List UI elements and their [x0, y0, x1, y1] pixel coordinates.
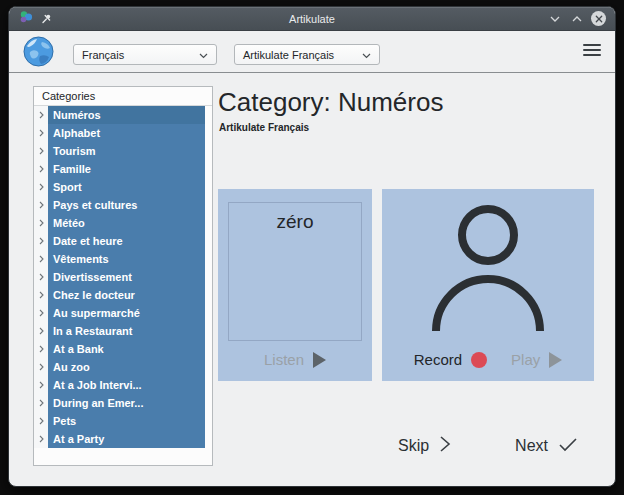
chevron-right-icon[interactable]	[34, 430, 48, 448]
category-item-label: Divertissement	[48, 268, 205, 286]
chevron-right-icon[interactable]	[34, 196, 48, 214]
page-title: Category: Numéros	[218, 87, 443, 118]
category-item[interactable]: Vêtements	[34, 250, 205, 268]
chevron-down-icon	[199, 49, 208, 61]
person-icon	[382, 203, 594, 335]
record-icon	[471, 352, 487, 368]
play-label: Play	[511, 351, 540, 368]
category-item-label: Pays et cultures	[48, 196, 205, 214]
category-item-label: Alphabet	[48, 124, 205, 142]
chevron-right-icon[interactable]	[34, 214, 48, 232]
category-item[interactable]: At a Job Intervi...	[34, 376, 205, 394]
listen-play-icon	[313, 352, 326, 368]
play-button[interactable]: Play	[511, 351, 562, 368]
globe-icon	[23, 36, 54, 71]
category-item[interactable]: At a Party	[34, 430, 205, 448]
listen-label: Listen	[264, 351, 304, 368]
chevron-right-icon[interactable]	[34, 160, 48, 178]
phrase-text: zéro	[229, 211, 361, 233]
chevron-right-icon[interactable]	[34, 106, 48, 124]
category-item-label: Au supermarché	[48, 304, 205, 322]
phrase-box: zéro	[228, 202, 362, 341]
category-item-label: Famille	[48, 160, 205, 178]
category-item-label: Numéros	[48, 106, 205, 124]
next-check-icon	[558, 437, 578, 456]
category-item-label: Météo	[48, 214, 205, 232]
category-item[interactable]: In a Restaurant	[34, 322, 205, 340]
desktop: { "window": { "title": "Artikulate" }, "…	[0, 0, 624, 495]
chevron-right-icon[interactable]	[34, 322, 48, 340]
pin-icon[interactable]	[41, 10, 52, 28]
navigation-row: Skip Next	[382, 435, 594, 457]
chevron-right-icon[interactable]	[34, 304, 48, 322]
chevron-right-icon[interactable]	[34, 412, 48, 430]
chevron-right-icon[interactable]	[34, 286, 48, 304]
category-item[interactable]: Famille	[34, 160, 205, 178]
category-item[interactable]: Chez le docteur	[34, 286, 205, 304]
record-label: Record	[414, 351, 462, 368]
category-item[interactable]: Au supermarché	[34, 304, 205, 322]
category-item[interactable]: At a Bank	[34, 340, 205, 358]
toolbar: Français Artikulate Français	[9, 31, 615, 73]
listen-button[interactable]: Listen	[264, 351, 326, 368]
titlebar[interactable]: Artikulate	[9, 7, 615, 31]
chevron-right-icon[interactable]	[34, 268, 48, 286]
play-icon	[549, 352, 562, 368]
skip-button[interactable]: Skip	[398, 435, 451, 457]
category-item-label: Pets	[48, 412, 205, 430]
course-select[interactable]: Artikulate Français	[234, 44, 380, 65]
category-item-label: Chez le docteur	[48, 286, 205, 304]
category-item-label: Sport	[48, 178, 205, 196]
language-select[interactable]: Français	[73, 44, 217, 65]
chevron-right-icon[interactable]	[34, 358, 48, 376]
course-select-value: Artikulate Français	[243, 49, 334, 61]
category-item[interactable]: Pets	[34, 412, 205, 430]
category-item[interactable]: Tourism	[34, 142, 205, 160]
category-item[interactable]: Météo	[34, 214, 205, 232]
chevron-right-icon[interactable]	[34, 124, 48, 142]
course-subtitle: Artikulate Français	[219, 122, 309, 133]
phrase-card: zéro Listen	[218, 189, 372, 381]
category-item[interactable]: Alphabet	[34, 124, 205, 142]
category-item-label: Date et heure	[48, 232, 205, 250]
category-item[interactable]: Pays et cultures	[34, 196, 205, 214]
category-item[interactable]: During an Emer...	[34, 394, 205, 412]
skip-chevron-icon	[439, 435, 451, 457]
chevron-right-icon[interactable]	[34, 232, 48, 250]
next-button[interactable]: Next	[515, 435, 578, 457]
category-item-label: During an Emer...	[48, 394, 205, 412]
categories-header: Categories	[34, 87, 212, 106]
chevron-right-icon[interactable]	[34, 142, 48, 160]
categories-list: Numéros Alphabet Tourism	[34, 106, 212, 448]
categories-panel: Categories Numéros Alphabet	[33, 86, 213, 466]
category-item-label: Vêtements	[48, 250, 205, 268]
chevron-right-icon[interactable]	[34, 178, 48, 196]
category-item-label: At a Job Intervi...	[48, 376, 205, 394]
close-icon[interactable]	[591, 11, 606, 26]
category-item-label: In a Restaurant	[48, 322, 205, 340]
chevron-right-icon[interactable]	[34, 340, 48, 358]
language-select-value: Français	[82, 49, 124, 61]
category-item-label: At a Bank	[48, 340, 205, 358]
maximize-icon[interactable]	[569, 11, 584, 26]
category-item[interactable]: Date et heure	[34, 232, 205, 250]
chevron-right-icon[interactable]	[34, 376, 48, 394]
category-item[interactable]: Au zoo	[34, 358, 205, 376]
category-item-label: Au zoo	[48, 358, 205, 376]
category-item-label: At a Party	[48, 430, 205, 448]
minimize-icon[interactable]	[547, 11, 562, 26]
category-item-label: Tourism	[48, 142, 205, 160]
record-button[interactable]: Record	[414, 351, 487, 368]
hamburger-menu-icon[interactable]	[583, 43, 601, 57]
category-item[interactable]: Numéros	[34, 106, 205, 124]
window-title: Artikulate	[179, 13, 445, 25]
category-item[interactable]: Sport	[34, 178, 205, 196]
skip-label: Skip	[398, 437, 429, 455]
next-label: Next	[515, 437, 548, 455]
app-icon	[19, 10, 33, 28]
app-window: Artikulate	[8, 6, 616, 487]
record-card: Record Play	[382, 189, 594, 381]
chevron-right-icon[interactable]	[34, 250, 48, 268]
chevron-right-icon[interactable]	[34, 394, 48, 412]
category-item[interactable]: Divertissement	[34, 268, 205, 286]
